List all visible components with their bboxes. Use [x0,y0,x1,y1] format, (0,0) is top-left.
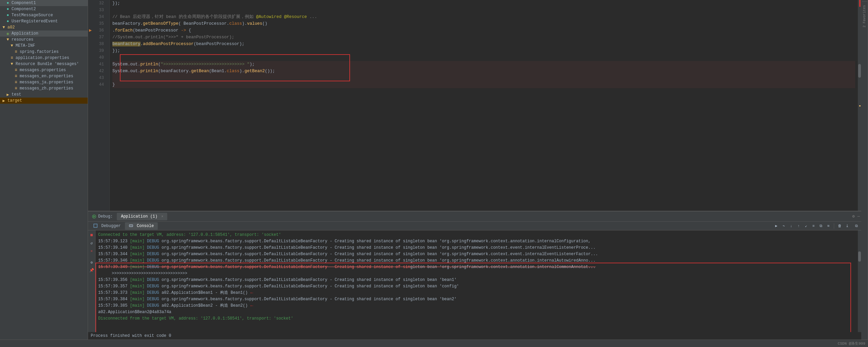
code-line-37: //System.out.println(">>>" + beanPostPro… [112,34,855,41]
code-content: }); // Bean 后处理器，针对 bean 的生命周期的各个阶段提供扩展，… [110,0,858,211]
stop-btn[interactable]: ■ [88,232,95,239]
tree-item-a02[interactable]: ▼ a02 [0,24,88,30]
minimize-icon[interactable]: — [858,214,860,219]
tree-item-application-properties[interactable]: ≡ application.properties [0,55,88,61]
tree-item-test[interactable]: ▶ test [0,91,88,98]
tree-item-messages-props[interactable]: ≡ messages.properties [0,67,88,73]
tab-close-btn[interactable]: × [161,215,163,219]
line-num-36: 36 [93,27,107,34]
popup-btn[interactable]: ⧉ [853,223,860,229]
tree-label: UserRegisteredEvent [12,19,58,24]
console-line-8: 15:57:39.356 [main] DEBUG org.springfram… [98,277,855,283]
gutter-42 [88,68,93,75]
folder-icon: ▼ [9,43,14,48]
line-num-44: 44 [93,81,107,88]
scrollbar-thumb[interactable] [858,64,861,78]
console-line-3: 15:57:39.140 [main] DEBUG org.springfram… [98,245,855,251]
tree-item-application[interactable]: ◉ Application [0,30,88,37]
status-bar: CSDN @洛生999 [0,340,868,347]
console-line-6: 15:57:39.349 [main] DEBUG org.springfram… [98,264,855,270]
line-num-37: 37 [93,34,107,41]
tab-debugger[interactable]: Debugger [89,222,125,230]
tree-item-spring-factories[interactable]: ≡ spring.factories [0,49,88,55]
tree-item-meta-inf[interactable]: ▼ META-INF [0,43,88,49]
threads-btn[interactable]: ≋ [825,223,832,229]
tree-item-userregisteredevent[interactable]: ● UserRegisteredEvent [0,18,88,24]
tree-label: spring.factories [20,49,59,54]
code-line-35: beanFactory.getBeansOfType( BeanPostProc… [112,20,855,27]
settings-console-btn[interactable]: ⚙ [88,259,95,266]
gutter-35 [88,20,93,27]
gutter-37 [88,34,93,41]
tree-item-target[interactable]: ▶ target [0,98,88,104]
step-over-btn[interactable]: ↷ [780,223,787,229]
debug-tabs: Debug: Application (1) × ⚙ — [88,211,861,222]
gutter-34 [88,14,93,20]
settings-icon[interactable]: ⚙ [852,214,855,219]
resume-btn[interactable]: ▶ [773,223,780,229]
console-output: Connected to the target VM, address: '12… [95,230,858,332]
file-icon: ≡ [14,80,18,85]
line-num-39: 39 [93,47,107,54]
frames-btn[interactable]: ⧉ [818,223,824,229]
tree-item-component1[interactable]: ● Component1 [0,0,88,6]
code-line-36: .forEach(beanPostProcessor -> { [112,27,855,34]
evaluate-btn[interactable]: ≡ [810,223,817,229]
run-to-cursor-btn[interactable]: ↙ [803,223,809,229]
gutter-43 [88,75,93,81]
close-console-btn[interactable]: ✕ [88,247,95,254]
console-line-5: 15:57:39.346 [main] DEBUG org.springfram… [98,258,855,264]
gutter-40 [88,54,93,61]
console-line-9: 15:57:39.357 [main] DEBUG org.springfram… [98,283,855,290]
class-icon: ● [5,1,10,5]
tree-item-messages-zh[interactable]: ≡ messages_zh.properties [0,85,88,91]
arrow-bean1: ← [251,290,253,296]
code-line-43 [112,75,855,81]
console-line-12: 15:57:39.385 [main] DEBUG a02.Applicatio… [98,303,855,309]
console-scrollbar-thumb[interactable] [858,251,861,262]
console-scrollbar[interactable] [858,230,861,332]
code-line-39: }); [112,47,855,54]
line-num-38: 38 [93,41,107,47]
tree-label: test [12,92,21,97]
scrollbar-marker-yellow [859,105,861,106]
tree-item-testmessagesource[interactable]: ● TestMessageSource [0,12,88,18]
file-icon: ≡ [14,68,18,73]
code-editor: 32 33 34 35 36 37 38 39 40 41 42 43 44 [88,0,861,211]
gutter-33 [88,7,93,14]
line-num-42: 42 [93,68,107,75]
arrow-bean2: ← [251,303,253,309]
line-num-33: 33 [93,7,107,14]
code-line-40 [112,54,855,61]
gutter-area [88,0,93,211]
code-line-32: }); [112,0,855,7]
tree-label: messages.properties [20,68,66,73]
file-icon: ≡ [14,74,18,79]
file-icon: ≡ [14,86,18,91]
tree-item-resources[interactable]: ▼ resources [0,37,88,43]
step-out-btn[interactable]: ↑ [795,223,802,229]
scroll-end-btn[interactable]: ⤓ [844,223,850,229]
project-sidebar: ● Component1 ● Component2 ● TestMessageS… [0,0,88,340]
svg-marker-0 [89,29,92,32]
bottom-panel: Debug: Application (1) × ⚙ — Debugger [88,211,861,340]
rerun-btn[interactable]: ↺ [88,240,95,246]
debug-toolbar: ▶ ↷ ↓ ↑ ↙ ≡ ⧉ ≋ 🗑 ⤓ [773,223,850,229]
console-line-7: >>>>>>>>>>>>>>>>>>>>>>>>>>>>>>> [98,270,855,277]
gutter-39 [88,47,93,54]
console-line-10: 15:57:39.373 [main] DEBUG a02.Applicatio… [98,290,855,296]
favorites-label: 2 Favorites [863,5,866,27]
step-into-btn[interactable]: ↓ [788,223,795,229]
tree-item-messages-en[interactable]: ≡ messages_en.properties [0,73,88,79]
clear-btn[interactable]: 🗑 [836,223,843,229]
tree-item-component2[interactable]: ● Component2 [0,6,88,12]
tree-item-messages-ja[interactable]: ≡ messages_ja.properties [0,79,88,85]
tree-item-resource-bundle[interactable]: ▼ Resource Bundle 'messages' [0,61,88,67]
console-line-11: 15:57:39.384 [main] DEBUG org.springfram… [98,296,855,303]
tab-console[interactable]: Console [125,222,158,230]
line-num-43: 43 [93,75,107,81]
folder-icon: ▶ [5,92,10,97]
pin-btn[interactable]: 📌 [88,267,95,273]
editor-scrollbar[interactable] [858,0,861,211]
tab-application-debug[interactable]: Application (1) × [117,213,167,220]
